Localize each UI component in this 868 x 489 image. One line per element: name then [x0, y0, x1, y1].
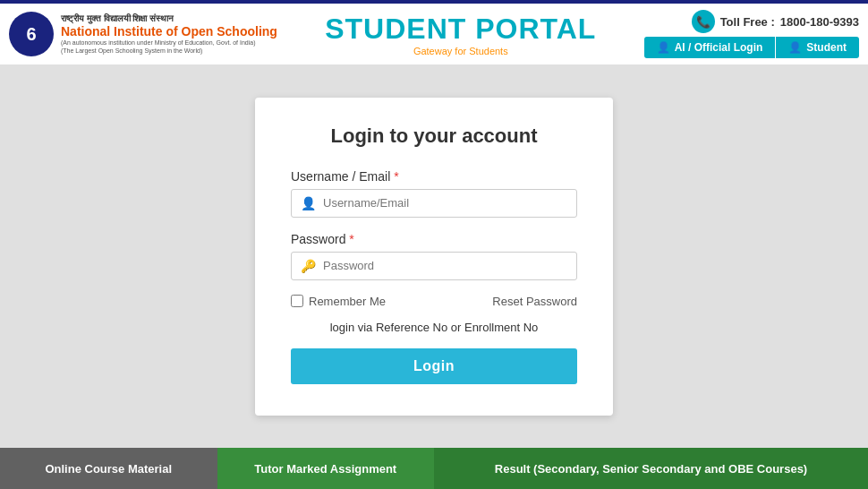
portal-title: STUDENT PORTAL [277, 13, 644, 46]
official-login-button[interactable]: 👤 AI / Official Login [644, 37, 776, 58]
login-button[interactable]: Login [291, 348, 577, 384]
logo-sub1: (An autonomous institution under Ministr… [61, 39, 277, 47]
logo-hindi: राष्ट्रीय मुक्त विद्यालयी शिक्षा संस्थान [61, 13, 277, 24]
result-button[interactable]: Result (Secondary, Senior Secondary and … [434, 448, 868, 489]
login-card: Login to your account Username / Email *… [255, 98, 613, 416]
checkbox-row: Remember Me Reset Password [291, 295, 577, 308]
username-input-wrapper: 👤 [291, 189, 577, 218]
remember-me-label: Remember Me [309, 295, 386, 308]
toll-free: 📞 Toll Free :1800-180-9393 [692, 10, 859, 33]
header: 6 राष्ट्रीय मुक्त विद्यालयी शिक्षा संस्थ… [0, 0, 868, 64]
logo-text: राष्ट्रीय मुक्त विद्यालयी शिक्षा संस्थान… [61, 13, 277, 55]
username-label: Username / Email * [291, 169, 577, 184]
student-icon: 👤 [788, 41, 802, 54]
toll-free-number: 1800-180-9393 [780, 15, 859, 29]
header-buttons: 👤 AI / Official Login 👤 Student [644, 37, 859, 58]
student-button[interactable]: 👤 Student [776, 37, 859, 58]
username-input[interactable] [323, 196, 567, 210]
lock-input-icon: 🔑 [301, 259, 316, 273]
portal-title-section: STUDENT PORTAL Gateway for Students [277, 13, 644, 56]
logo-name-prefix: National Institute of [61, 24, 182, 39]
password-input-wrapper: 🔑 [291, 252, 577, 280]
online-course-label: Online Course Material [45, 462, 172, 476]
result-label: Result (Secondary, Senior Secondary and … [495, 462, 807, 476]
username-required-star: * [394, 169, 398, 184]
tutor-marked-label: Tutor Marked Assignment [254, 462, 396, 476]
logo-section: 6 राष्ट्रीय मुक्त विद्यालयी शिक्षा संस्थ… [9, 12, 277, 56]
toll-free-label: Toll Free : [720, 15, 775, 29]
header-right: 📞 Toll Free :1800-180-9393 👤 AI / Offici… [644, 10, 859, 58]
user-input-icon: 👤 [301, 196, 316, 210]
logo-sub2: (The Largest Open Schooling System in th… [61, 47, 277, 55]
online-course-material-button[interactable]: Online Course Material [0, 448, 217, 489]
main-content: Login to your account Username / Email *… [0, 64, 868, 448]
password-label: Password * [291, 232, 577, 246]
ref-login-text: login via Reference No or Enrollment No [291, 321, 577, 334]
reset-password-link[interactable]: Reset Password [492, 295, 577, 308]
logo-name-highlight: Open Schooling [182, 24, 277, 39]
remember-me-checkbox[interactable] [291, 295, 303, 307]
phone-icon: 📞 [692, 10, 715, 33]
remember-me-section: Remember Me [291, 295, 386, 308]
password-input[interactable] [323, 259, 567, 272]
portal-subtitle: Gateway for Students [277, 46, 644, 56]
tutor-marked-assignment-button[interactable]: Tutor Marked Assignment [217, 448, 435, 489]
official-login-label: AI / Official Login [675, 41, 763, 54]
user-icon: 👤 [657, 41, 670, 54]
login-title: Login to your account [291, 124, 577, 148]
password-required-star: * [349, 232, 353, 246]
logo-emblem: 6 [9, 12, 54, 56]
bottom-bar: Online Course Material Tutor Marked Assi… [0, 448, 868, 489]
student-label: Student [806, 41, 847, 54]
logo-name: National Institute of Open Schooling [61, 24, 277, 39]
